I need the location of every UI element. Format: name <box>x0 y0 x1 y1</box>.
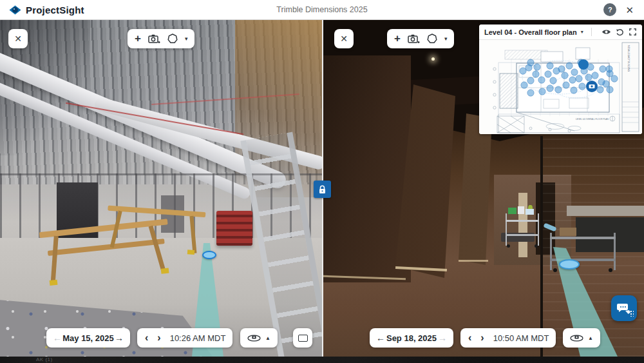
left-date-label: May 15, 2025 <box>62 333 114 343</box>
minimap-photo-dot[interactable] <box>533 71 539 77</box>
waypoint-marker[interactable] <box>202 251 216 259</box>
close-left-panel-button[interactable]: ✕ <box>8 29 28 48</box>
expand-icon <box>629 28 637 36</box>
prev-time-button[interactable]: ‹ <box>468 333 471 343</box>
area-shape-tool-button[interactable] <box>167 34 178 44</box>
chat-assistant-button[interactable] <box>611 295 637 321</box>
right-date-pill: ← Sep 18, 2025 → <box>370 328 453 348</box>
add-photo-button[interactable] <box>408 34 420 44</box>
minimap-photo-dot[interactable] <box>547 63 553 69</box>
scissor-lift <box>216 211 252 246</box>
minimap-photo-dot[interactable] <box>592 72 598 79</box>
camera-360-icon <box>247 333 261 342</box>
right-time-label: 10:50 AM MDT <box>493 333 549 343</box>
minimap-big-dot[interactable] <box>578 59 589 70</box>
add-annotation-button[interactable]: + <box>135 32 141 45</box>
expand-minimap-button[interactable] <box>629 28 637 36</box>
caret-up-icon: ▲ <box>265 335 270 341</box>
toolbar-dropdown-button[interactable]: ▾ <box>444 35 448 42</box>
camera-plus-icon <box>148 34 160 44</box>
minimap-photo-dot[interactable] <box>521 82 527 88</box>
toggle-dots-visibility-button[interactable] <box>601 28 611 35</box>
toolbar-dropdown-button[interactable]: ▾ <box>185 35 188 42</box>
layout-rect-icon <box>298 335 308 342</box>
sync-lock-button[interactable] <box>314 181 331 198</box>
prev-time-button[interactable]: ‹ <box>145 333 148 343</box>
minimap-photo-dot[interactable] <box>562 72 568 79</box>
left-camera-menu-button[interactable]: ▲ <box>240 328 278 348</box>
minimap-photo-dot[interactable] <box>571 87 577 93</box>
minimap-photo-dot[interactable] <box>607 86 613 93</box>
area-shape-tool-button[interactable] <box>427 34 437 44</box>
chat-drag-handle[interactable] <box>630 310 634 317</box>
next-date-button[interactable]: → <box>438 333 447 342</box>
minimap-photo-dot[interactable] <box>576 75 582 82</box>
minimap-plan-canvas[interactable]: LEVEL 04 OVERALL FLOOR PLAN MESA LEGACY … <box>479 40 642 134</box>
minimap-photo-dot[interactable] <box>585 74 592 81</box>
minimap-photo-dot[interactable] <box>539 88 545 95</box>
minimap-photo-dot[interactable] <box>566 63 573 69</box>
lock-icon <box>318 185 327 194</box>
minimap-photo-dot[interactable] <box>553 68 560 74</box>
add-photo-button[interactable] <box>148 34 160 44</box>
top-bar: ProjectSight Trimble Dimensions 2025 ? ✕ <box>0 0 644 20</box>
minimap-photo-dot[interactable] <box>600 66 606 72</box>
prev-date-button[interactable]: ← <box>53 333 62 342</box>
right-panorama-panel[interactable]: ✕ + <box>323 20 644 357</box>
eye-icon <box>601 28 611 35</box>
caret-down-icon[interactable]: ▾ <box>581 29 583 35</box>
minimap-photo-dot[interactable] <box>534 64 540 70</box>
add-annotation-button[interactable]: + <box>394 32 401 45</box>
help-button[interactable]: ? <box>603 3 616 16</box>
recessed-light <box>431 57 435 61</box>
left-date-pill: ← May 15, 2025 → <box>46 328 130 348</box>
left-annotation-toolbar: + ▾ <box>128 29 194 48</box>
projectsight-app: ProjectSight Trimble Dimensions 2025 ? ✕ <box>0 0 644 363</box>
left-panorama-panel[interactable]: ✕ + <box>0 20 322 357</box>
left-panorama-photo <box>0 20 322 357</box>
header-divider <box>591 28 592 36</box>
minimap-camera-dot[interactable] <box>586 81 598 92</box>
prev-date-button[interactable]: ← <box>376 333 385 342</box>
minimap-photo-dot[interactable] <box>598 79 605 85</box>
right-camera-menu-button[interactable]: ▲ <box>563 328 600 348</box>
next-date-button[interactable]: → <box>115 333 124 342</box>
minimap-photo-dot[interactable] <box>571 69 578 75</box>
minimap-photo-dot[interactable] <box>527 90 534 96</box>
minimap-photo-dot[interactable] <box>597 86 603 93</box>
minimap-dots-layer <box>479 40 642 134</box>
next-time-button[interactable]: › <box>480 333 484 343</box>
plus-icon: + <box>135 32 141 45</box>
reset-view-button[interactable] <box>616 28 624 36</box>
column-base-glow <box>459 260 488 262</box>
camera-plus-icon <box>408 34 420 44</box>
close-icon: ✕ <box>340 34 348 44</box>
single-view-layout-button[interactable] <box>293 328 312 348</box>
polygon-shape-icon <box>167 34 178 44</box>
minimap-sheet-selector[interactable]: Level 04 - Overall floor plan <box>484 28 577 36</box>
minimap-photo-dot[interactable] <box>606 66 612 72</box>
right-time-pill: ‹ › 10:50 AM MDT <box>460 328 556 348</box>
close-right-panel-button[interactable]: ✕ <box>334 29 354 48</box>
minimap-photo-dot[interactable] <box>545 71 551 77</box>
minimap-photo-dot[interactable] <box>527 77 534 84</box>
camera-360-icon <box>570 333 583 342</box>
caret-up-icon: ▲ <box>588 335 593 341</box>
next-time-button[interactable]: › <box>157 333 160 343</box>
minimap-photo-dot[interactable] <box>563 82 569 88</box>
waypoint-marker[interactable] <box>559 259 580 270</box>
left-time-pill: ‹ › 10:26 AM MDT <box>137 328 232 348</box>
timeline-strip[interactable]: AK (1) <box>0 357 644 363</box>
undo-rotate-icon <box>616 28 624 36</box>
minimap-photo-dot[interactable] <box>550 77 556 84</box>
help-icon: ? <box>608 6 612 14</box>
minimap-photo-dot[interactable] <box>579 83 585 90</box>
minimap-photo-dot[interactable] <box>569 77 576 83</box>
chat-bubble-icon <box>617 302 631 315</box>
minimap-photo-dot[interactable] <box>538 77 545 83</box>
compare-viewer: ✕ + <box>0 20 644 357</box>
minimap-photo-dot[interactable] <box>555 86 562 93</box>
close-app-button[interactable]: ✕ <box>625 5 634 15</box>
minimap-photo-dot[interactable] <box>547 85 553 92</box>
minimap-photo-dot[interactable] <box>520 68 526 74</box>
